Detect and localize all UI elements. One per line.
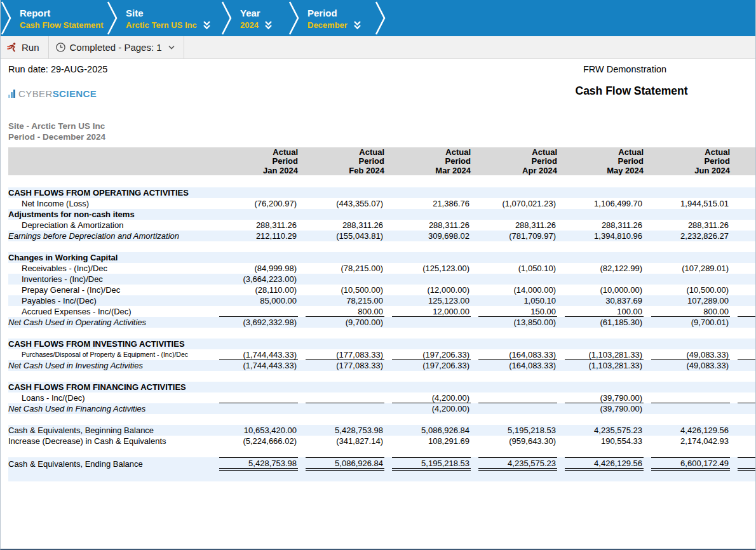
- cell-value: [298, 274, 384, 285]
- cell-value: (82,122.99): [557, 263, 644, 274]
- table-row: CASH FLOWS FROM FINANCING ACTIVITIES: [8, 382, 756, 392]
- cell-value: [212, 328, 298, 339]
- cell-value: [557, 446, 644, 457]
- cell-value: [730, 285, 756, 295]
- cell-value: [298, 328, 384, 339]
- site-context-line: Site - Arctic Tern US Inc: [8, 121, 755, 131]
- cell-value: [730, 241, 756, 252]
- cell-value: 288,311.26: [384, 220, 471, 231]
- bar-chart-logo-icon: [8, 90, 15, 98]
- cell-value: [298, 392, 384, 403]
- cell-value: [298, 209, 384, 220]
- cell-value: [384, 317, 471, 328]
- column-header: ActualPeriodMay 2024: [557, 147, 644, 175]
- double-chevron-down-icon[interactable]: [203, 20, 211, 30]
- cell-value: 150.00: [471, 306, 557, 317]
- nav-segment-report[interactable]: Report Cash Flow Statement: [12, 0, 107, 36]
- table-row: Depreciation & Amortization288,311.26288…: [8, 220, 756, 231]
- status-pages-label: Completed - Pages: 1: [70, 42, 162, 53]
- cell-value: [471, 339, 557, 349]
- cell-value: [298, 241, 384, 252]
- nav-site-value: Arctic Tern US Inc: [126, 20, 197, 30]
- status-pages-dropdown[interactable]: Completed - Pages: 1: [49, 36, 184, 58]
- spacer-row: [8, 175, 756, 187]
- cell-value: (78,215.00): [298, 263, 384, 274]
- table-row: [8, 471, 756, 481]
- cell-value: [557, 274, 644, 285]
- cell-value: [471, 403, 557, 414]
- cell-value: [557, 241, 644, 252]
- row-label: [8, 241, 212, 252]
- run-button[interactable]: Run: [1, 36, 49, 58]
- cell-value: [557, 187, 644, 198]
- cell-value: [730, 274, 756, 285]
- cell-value: 800.00: [644, 306, 730, 317]
- cell-value: 288,311.26: [557, 220, 644, 231]
- table-row: Net Income (Loss)(76,200.97)(443,355.07)…: [8, 198, 756, 209]
- cell-value: [212, 446, 298, 457]
- toolbar: Run Completed - Pages: 1: [1, 36, 755, 59]
- double-chevron-down-icon[interactable]: [264, 20, 273, 30]
- cell-value: (164,083.33): [471, 349, 557, 360]
- cell-value: [212, 382, 298, 392]
- report-viewer: Run date: 29-AUG-2025 FRW Demonstration …: [1, 59, 755, 481]
- nav-report-label: Report: [20, 8, 104, 19]
- cell-value: [384, 274, 471, 285]
- row-label: Net Income (Loss): [8, 198, 212, 209]
- cell-value: (3,664,223.00): [212, 274, 298, 285]
- row-label: Changes in Working Capital: [8, 252, 212, 263]
- cell-value: [298, 339, 384, 349]
- report-title: Cash Flow Statement: [552, 84, 711, 98]
- row-label: CASH FLOWS FROM INVESTING ACTIVITIES: [8, 339, 212, 349]
- cell-value: [298, 187, 384, 198]
- cell-value: 288,311.26: [212, 220, 298, 231]
- cell-value: [557, 382, 644, 392]
- cell-value: 288,311.26: [471, 220, 557, 231]
- cell-value: (61,185.30): [557, 317, 644, 328]
- row-label: Increase (Decrease) in Cash & Equivalent…: [8, 436, 212, 446]
- row-label: [8, 446, 212, 457]
- row-label: Receivables - (Inc)/Dec: [8, 263, 212, 274]
- cell-value: [730, 471, 756, 481]
- column-header: ActualPeriodJan 2024: [212, 147, 298, 175]
- statement-table-container: ActualPeriodJan 2024ActualPeriodFeb 2024…: [8, 147, 756, 481]
- cell-value: [730, 187, 756, 198]
- cell-value: (1,103,281.33): [557, 349, 644, 360]
- cell-value: [384, 371, 471, 382]
- row-label: [8, 371, 212, 382]
- cell-value: [384, 471, 471, 481]
- row-label: Cash & Equivalents, Beginning Balance: [8, 425, 212, 436]
- row-label: Prepay General - (Inc)/Dec: [8, 285, 212, 295]
- caret-down-icon: [168, 45, 175, 50]
- table-row: Earnings before Depreciation and Amortiz…: [8, 231, 756, 241]
- nav-segment-year[interactable]: Year 2024: [233, 0, 288, 36]
- cell-value: (107,289.01): [644, 263, 730, 274]
- table-row: Receivables - (Inc)/Dec(84,999.98)(78,21…: [8, 263, 756, 274]
- cell-value: [730, 220, 756, 231]
- cell-value: [730, 328, 756, 339]
- cell-value: [298, 446, 384, 457]
- cell-value: 4,426,129.56: [644, 425, 730, 436]
- cell-value: 30,837.69: [557, 295, 644, 306]
- cell-value: [730, 263, 756, 274]
- nav-segment-site[interactable]: Site Arctic Tern US Inc: [118, 0, 221, 36]
- cell-value: [212, 241, 298, 252]
- cell-value: 12,000.00: [384, 306, 471, 317]
- nav-year-label: Year: [240, 8, 286, 19]
- cell-value: [644, 471, 730, 481]
- nav-segment-period[interactable]: Period December: [300, 0, 375, 36]
- table-row: Payables - Inc/(Dec)85,000.0078,215.0012…: [8, 295, 756, 306]
- cell-value: 78,215.00: [298, 295, 384, 306]
- cell-value: 85,000.00: [212, 295, 298, 306]
- cell-value: 6,600,172.49: [644, 457, 730, 471]
- cell-value: [384, 209, 471, 220]
- double-chevron-down-icon[interactable]: [353, 20, 361, 30]
- column-header: ActualPeriodFeb 2024: [298, 147, 384, 175]
- cell-value: [298, 252, 384, 263]
- cell-value: [471, 446, 557, 457]
- column-header: ActualPeriodApr 2024: [471, 147, 557, 175]
- cell-value: (39,790.00): [557, 392, 644, 403]
- runner-icon: [7, 42, 18, 53]
- cell-value: 1,106,499.70: [557, 198, 644, 209]
- cell-value: [730, 371, 756, 382]
